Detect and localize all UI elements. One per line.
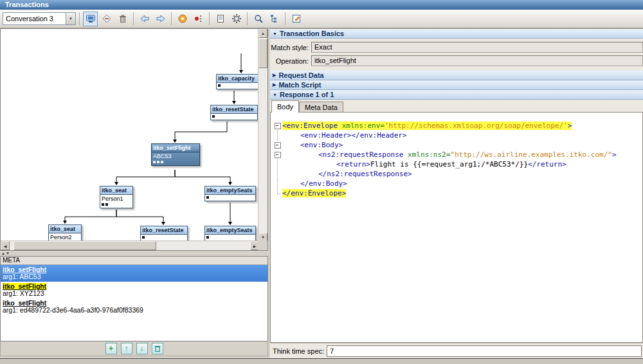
search-icon[interactable] — [251, 12, 266, 26]
diagram-node[interactable]: itko_resetState — [210, 105, 258, 120]
scroll-up-icon[interactable]: ▲ — [258, 29, 267, 38]
open-editor-icon[interactable] — [289, 12, 303, 26]
xml-token-text: Flight is {{=request_arg1;/*ABC53*/}} — [370, 160, 528, 168]
breakpoint-marker-icon — [142, 236, 145, 239]
basics-form: Match style: Exact Operation: itko_setFl… — [270, 39, 643, 71]
node-body — [141, 235, 187, 241]
notes-icon[interactable] — [213, 12, 228, 26]
diagram-node[interactable]: itko_resetState — [140, 226, 188, 241]
section-request-data[interactable]: ▶ Request Data — [270, 71, 643, 80]
xml-line[interactable]: <return>Flight is {{=request_arg1;/*ABC5… — [273, 159, 642, 169]
xml-token-attr: xmlns:env= — [338, 122, 385, 130]
diagram-canvas[interactable]: itko_capacityitko_resetStateitko_setFlig… — [1, 29, 258, 241]
add-icon[interactable]: + — [105, 343, 117, 354]
node-body — [205, 195, 255, 201]
meta-panel: META itko_setFlightarg1: ABC53itko_setFl… — [0, 256, 268, 341]
fold-toggle-icon[interactable] — [273, 121, 282, 131]
node-label: itko_emptySeats — [205, 187, 255, 195]
conversation-view-icon[interactable] — [83, 12, 98, 26]
tab-meta-data[interactable]: Meta Data — [299, 102, 343, 113]
xml-token-tag: </env:Envelope> — [282, 189, 346, 197]
delete-icon[interactable] — [115, 12, 130, 26]
xml-line[interactable]: <env:Envelope xmlns:env='http://schemas.… — [273, 121, 642, 131]
splitter-up-icon[interactable]: ▲ — [1, 251, 5, 256]
fold-guide — [273, 179, 282, 188]
vertical-scrollbar[interactable]: ▲ ▼ — [258, 29, 267, 242]
main-toolbar: Conversation 3 ▼ — [0, 10, 643, 28]
match-style-field[interactable]: Exact — [311, 42, 643, 53]
diagram-node[interactable]: itko_capacity — [216, 74, 258, 89]
diagram-node[interactable]: itko_emptySeats — [204, 226, 256, 241]
vertical-scroll-thumb[interactable] — [258, 39, 267, 68]
chevron-down-icon[interactable]: ▼ — [66, 13, 75, 24]
diagram-node[interactable]: itko_seatPerson1 — [100, 186, 133, 208]
node-label: itko_seat — [100, 187, 132, 195]
diagram-node[interactable]: itko_seatPerson2 — [48, 224, 82, 241]
page-title: Transactions — [5, 1, 49, 8]
move-down-icon[interactable]: ↓ — [136, 343, 148, 354]
collapse-icon: ▼ — [273, 32, 277, 36]
diagram-node[interactable]: itko_setFlightABC53 — [151, 143, 200, 166]
forward-arrow-icon[interactable] — [153, 12, 168, 26]
delete-icon[interactable] — [152, 343, 163, 354]
xml-line[interactable]: <ns2:requestResponse xmlns:ns2="http://w… — [273, 150, 642, 159]
xml-token-tag: </env:Body> — [300, 179, 347, 188]
toolbar-separator — [171, 12, 172, 25]
diagram-node[interactable]: itko_emptySeats — [204, 186, 256, 201]
node-argument: Person1 — [102, 196, 131, 203]
section-match-script[interactable]: ▶ Match Script — [270, 80, 643, 90]
conversation-diagram: itko_capacityitko_resetStateitko_setFlig… — [0, 28, 268, 251]
node-markers — [218, 84, 258, 88]
xml-token-tag: > — [612, 150, 617, 159]
panel-splitter[interactable]: ▲ ▼ — [0, 251, 268, 256]
history-icon[interactable] — [175, 12, 190, 26]
think-time-field[interactable]: 7 — [327, 345, 642, 357]
node-body: Person1 — [100, 195, 132, 208]
list-item[interactable]: itko_setFlightarg1: XYZ123 — [1, 282, 267, 298]
splitter-down-icon[interactable]: ▼ — [6, 251, 10, 256]
section-response[interactable]: ▼ Response 1 of 1 — [270, 90, 643, 100]
node-body — [205, 235, 255, 241]
highlighted-xml: <env:Envelope xmlns:env='http://schemas.… — [282, 122, 572, 130]
conversation-select[interactable]: Conversation 3 ▼ — [3, 12, 76, 25]
list-item[interactable]: itko_setFlightarg1: ed489722-d3e6-4aa6-a… — [1, 298, 267, 315]
breakpoint-icon[interactable] — [191, 12, 206, 26]
fold-guide — [273, 169, 282, 179]
response-body-editor[interactable]: <env:Envelope xmlns:env='http://schemas.… — [270, 112, 643, 343]
xml-line-text: </env:Envelope> — [282, 189, 346, 197]
horizontal-scroll-thumb[interactable] — [14, 241, 156, 250]
back-arrow-icon[interactable] — [137, 12, 152, 26]
breakpoint-marker-icon — [206, 196, 209, 199]
node-label: itko_emptySeats — [205, 226, 255, 235]
xml-line[interactable]: </env:Envelope> — [273, 188, 642, 198]
xml-line[interactable]: <env:Body> — [273, 140, 642, 150]
breakpoint-marker-icon — [157, 161, 159, 163]
tag-edit-icon[interactable] — [99, 12, 114, 26]
xml-token-val: "http://ws.airline.examples.itko.com/" — [450, 150, 612, 159]
xml-line-text: <env:Envelope xmlns:env='http://schemas.… — [282, 122, 572, 130]
list-item[interactable]: itko_setFlightarg1: ABC53 — [1, 265, 267, 282]
node-markers — [212, 114, 256, 119]
scrollbar-corner — [258, 241, 267, 250]
tree-view-icon[interactable] — [267, 12, 282, 26]
tab-body[interactable]: Body — [271, 100, 299, 113]
breakpoint-marker-icon — [218, 84, 221, 87]
operation-field[interactable]: itko_setFlight — [311, 55, 643, 66]
xml-token-val: 'http://schemas.xmlsoap.org/soap/envelop… — [385, 122, 568, 130]
meta-toolbar: + ↑ ↓ — [0, 341, 268, 356]
node-markers — [153, 160, 198, 165]
xml-token-tag: </return> — [528, 160, 566, 168]
move-up-icon[interactable]: ↑ — [121, 343, 132, 354]
scroll-left-icon[interactable]: ◀ — [1, 241, 10, 250]
xml-line[interactable]: </env:Body> — [273, 179, 642, 188]
fold-toggle-icon[interactable] — [273, 140, 282, 150]
transaction-inspector: ▼ Transaction Basics Match style: Exact … — [270, 28, 643, 358]
xml-line[interactable]: <env:Header></env:Header> — [273, 131, 642, 140]
highlighted-xml: </env:Envelope> — [282, 189, 346, 197]
horizontal-scrollbar[interactable]: ◀ ▶ — [1, 241, 259, 250]
fold-toggle-icon[interactable] — [273, 150, 282, 159]
settings-icon[interactable] — [229, 12, 244, 26]
xml-line[interactable]: </ns2:requestResponse> — [273, 169, 642, 179]
xml-token-attr: xmlns:ns2= — [403, 150, 450, 159]
section-transaction-basics[interactable]: ▼ Transaction Basics — [270, 29, 643, 39]
